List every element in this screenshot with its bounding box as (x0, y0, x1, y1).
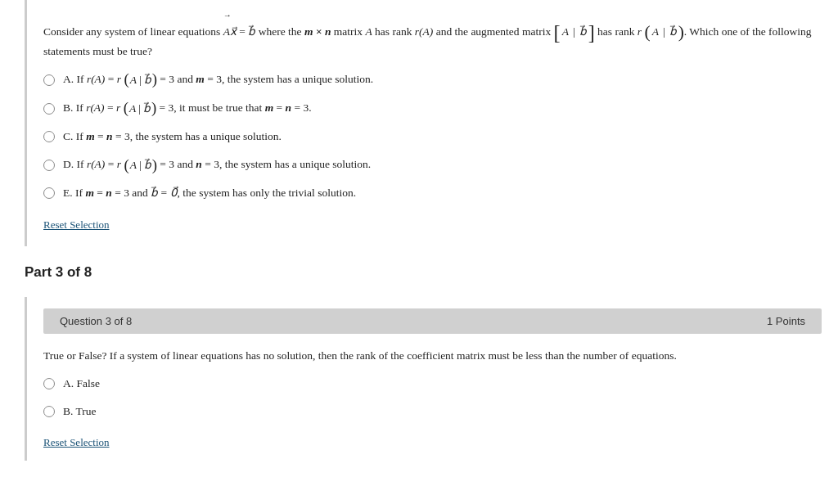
option-c-row: C. If m = n = 3, the system has a unique… (43, 128, 822, 145)
option-b-radio[interactable] (43, 103, 55, 115)
part2-question-text: Consider any system of linear equations … (43, 15, 822, 61)
option-c-text: C. If m = n = 3, the system has a unique… (63, 128, 282, 145)
option-d-radio[interactable] (43, 160, 55, 171)
part3-bar-label: Question 3 of 8 (60, 315, 132, 327)
part2-question-block: Consider any system of linear equations … (43, 15, 822, 232)
part3-reset-selection[interactable]: Reset Selection (43, 436, 110, 449)
option-d-text: D. If r(A) = r ( A | b⃗ ) = 3 and n = 3,… (63, 156, 371, 173)
part2-section: Consider any system of linear equations … (25, 0, 838, 246)
part3-option-a-row: A. False (43, 376, 822, 392)
part3-header: Part 3 of 8 (25, 264, 838, 281)
part3-section: Question 3 of 8 1 Points True or False? … (0, 289, 838, 461)
part3-option-a-text: A. False (63, 376, 100, 392)
part3-option-a-radio[interactable] (43, 378, 55, 389)
option-c-radio[interactable] (43, 131, 55, 142)
option-a-radio[interactable] (43, 74, 55, 86)
part2-reset-selection[interactable]: Reset Selection (43, 218, 110, 232)
option-d-row: D. If r(A) = r ( A | b⃗ ) = 3 and n = 3,… (43, 156, 822, 173)
option-e-radio[interactable] (43, 187, 55, 199)
part3-option-b-row: B. True (43, 403, 822, 420)
option-e-row: E. If m = n = 3 and b⃗ = 0⃗, the system … (43, 185, 822, 201)
option-b-text: B. If r(A) = r ( A | b⃗ ) = 3, it must b… (63, 100, 312, 117)
part3-bar-points: 1 Points (767, 315, 805, 327)
part3-option-b-radio[interactable] (43, 406, 55, 417)
part3-question-text: True or False? If a system of linear equ… (43, 347, 822, 366)
part3-option-b-text: B. True (63, 403, 97, 420)
part3-question-bar: Question 3 of 8 1 Points (43, 308, 822, 334)
page-container: Consider any system of linear equations … (0, 0, 838, 461)
option-b-row: B. If r(A) = r ( A | b⃗ ) = 3, it must b… (43, 100, 822, 117)
option-a-row: A. If r(A) = r ( A | b⃗ ) = 3 and m = 3,… (43, 71, 822, 88)
option-a-text: A. If r(A) = r ( A | b⃗ ) = 3 and m = 3,… (63, 71, 373, 88)
option-e-text: E. If m = n = 3 and b⃗ = 0⃗, the system … (63, 185, 356, 201)
part3-inner: Question 3 of 8 1 Points True or False? … (25, 297, 838, 461)
